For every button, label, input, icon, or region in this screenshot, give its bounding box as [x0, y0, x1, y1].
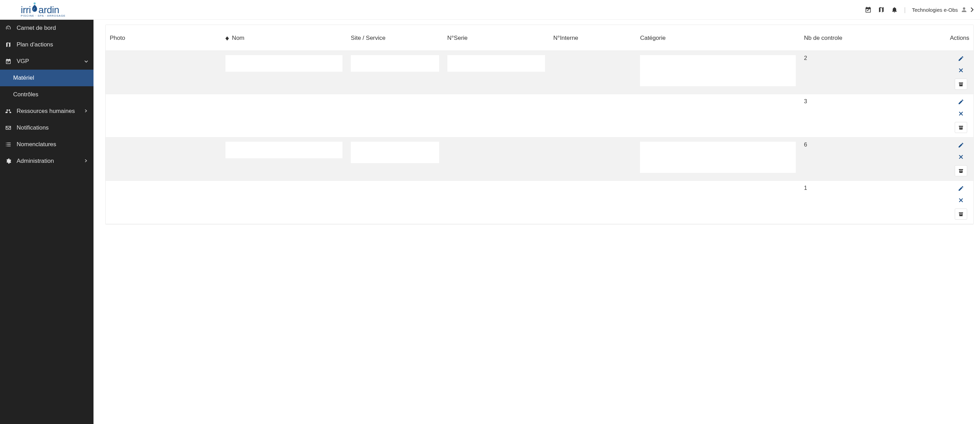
delete-button[interactable] [958, 110, 964, 117]
chevron-right-icon [84, 109, 89, 114]
bell-icon[interactable] [891, 6, 898, 13]
cell-site[interactable] [351, 142, 439, 163]
col-header-nb[interactable]: Nb de controle [800, 25, 887, 51]
sidebar-item-label: Notifications [17, 124, 49, 131]
cell-nb: 6 [800, 137, 887, 181]
cell-nb: 3 [800, 94, 887, 137]
calendar-icon[interactable] [865, 6, 872, 13]
users-icon [5, 108, 12, 115]
col-header-actions: Actions [886, 25, 974, 51]
top-header: irri ardin PISCINE · SPA · ARROSAGE | Te… [0, 0, 980, 20]
cell-serie[interactable] [447, 55, 545, 72]
cell-nb: 1 [800, 181, 887, 224]
archive-button[interactable] [955, 165, 967, 176]
list-icon [5, 141, 12, 148]
logo[interactable]: irri ardin PISCINE · SPA · ARROSAGE [21, 2, 65, 18]
sidebar: Carnet de bord Plan d'actions VGP Matéri… [0, 20, 94, 424]
sort-icon [226, 37, 229, 40]
sidebar-item-label: VGP [17, 58, 29, 65]
sidebar-item-label: Matériel [13, 75, 34, 81]
map-icon [5, 41, 12, 48]
col-header-interne[interactable]: N°Interne [549, 25, 636, 51]
cell-categorie[interactable] [640, 55, 795, 86]
sidebar-item-label: Ressources humaines [17, 108, 75, 115]
table-row: 6 [106, 137, 974, 181]
col-header-serie[interactable]: N°Serie [443, 25, 549, 51]
cell-categorie[interactable] [640, 142, 795, 173]
user-menu[interactable]: Technologies e-Obs [912, 6, 974, 13]
logo-text: irri ardin [21, 3, 65, 16]
sidebar-item-notifications[interactable]: Notifications [0, 120, 94, 136]
cell-nom[interactable] [226, 55, 342, 72]
sidebar-item-label: Nomenclatures [17, 141, 56, 148]
sidebar-item-controles[interactable]: Contrôles [0, 86, 94, 103]
sidebar-item-label: Administration [17, 158, 54, 164]
header-actions: | Technologies e-Obs [865, 6, 974, 13]
col-header-categorie[interactable]: Catégorie [636, 25, 800, 51]
edit-button[interactable] [958, 142, 964, 148]
user-icon [961, 6, 967, 13]
edit-button[interactable] [958, 98, 964, 105]
sidebar-item-ressources-humaines[interactable]: Ressources humaines [0, 103, 94, 120]
delete-button[interactable] [958, 197, 964, 204]
cell-nom[interactable] [226, 142, 342, 158]
table-row: 1 [106, 181, 974, 224]
dashboard-icon [5, 25, 12, 32]
delete-button[interactable] [958, 67, 964, 74]
archive-button[interactable] [955, 122, 967, 133]
chevron-right-icon [84, 159, 89, 164]
sidebar-item-administration[interactable]: Administration [0, 153, 94, 169]
sidebar-item-label: Contrôles [13, 91, 38, 98]
header-divider: | [904, 6, 906, 13]
archive-button[interactable] [955, 79, 967, 90]
envelope-icon [5, 124, 12, 131]
edit-button[interactable] [958, 185, 964, 192]
gear-icon [5, 158, 12, 164]
chevron-right-icon [970, 7, 974, 13]
map-icon[interactable] [878, 6, 885, 13]
sidebar-item-nomenclatures[interactable]: Nomenclatures [0, 136, 94, 153]
main-content: Photo Nom Site / Service N°Serie N°Inter… [94, 20, 980, 424]
sidebar-item-plan-actions[interactable]: Plan d'actions [0, 37, 94, 53]
sidebar-item-materiel[interactable]: Matériel [0, 70, 94, 86]
table-row: 2 [106, 51, 974, 94]
cell-nb: 2 [800, 51, 887, 94]
sidebar-item-label: Carnet de bord [17, 25, 56, 32]
col-header-photo[interactable]: Photo [106, 25, 221, 51]
col-header-nom[interactable]: Nom [221, 25, 347, 51]
archive-button[interactable] [955, 209, 967, 220]
table-header-row: Photo Nom Site / Service N°Serie N°Inter… [106, 25, 974, 51]
user-label: Technologies e-Obs [912, 7, 958, 13]
col-header-site[interactable]: Site / Service [347, 25, 443, 51]
sidebar-item-vgp[interactable]: VGP [0, 53, 94, 70]
cell-site[interactable] [351, 55, 439, 72]
sidebar-item-label: Plan d'actions [17, 41, 53, 48]
materials-table: Photo Nom Site / Service N°Serie N°Inter… [105, 25, 974, 225]
delete-button[interactable] [958, 153, 964, 160]
calendar-check-icon [5, 58, 12, 65]
table-row: 3 [106, 94, 974, 137]
svg-point-0 [33, 2, 36, 5]
edit-button[interactable] [958, 55, 964, 62]
chevron-down-icon [84, 59, 89, 64]
sidebar-item-carnet-de-bord[interactable]: Carnet de bord [0, 20, 94, 37]
